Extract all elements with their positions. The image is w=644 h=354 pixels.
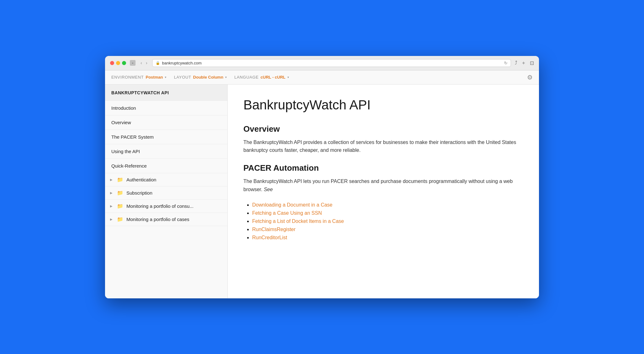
- layout-group: LAYOUT Double Column ▾: [174, 75, 227, 80]
- layout-value[interactable]: Double Column: [193, 75, 223, 80]
- list-item-download: Downloading a Document in a Case: [252, 202, 523, 208]
- overview-heading: Overview: [243, 124, 523, 134]
- link-download[interactable]: Downloading a Document in a Case: [252, 202, 332, 207]
- folder-label-monitoring-cases: Monitoring a portfolio of cases: [126, 217, 189, 222]
- page-title: BankruptcyWatch API: [243, 97, 523, 113]
- sidebar-item-quick-reference[interactable]: Quick-Reference: [105, 159, 227, 173]
- folder-label-subscription: Subscription: [126, 190, 153, 196]
- link-claims[interactable]: RunClaimsRegister: [252, 227, 296, 232]
- sidebar-folder-subscription[interactable]: ▶ 📁 Subscription: [105, 186, 227, 200]
- maximize-button[interactable]: [122, 61, 126, 65]
- main-content: BANKRUPTCYWATCH API Introduction Overvie…: [105, 85, 539, 298]
- forward-button[interactable]: ›: [145, 60, 149, 66]
- folder-arrow-icon: ▶: [110, 218, 114, 221]
- list-item-claims: RunClaimsRegister: [252, 227, 523, 232]
- overview-text: The BankruptcyWatch API provides a colle…: [243, 138, 523, 154]
- pacer-heading: PACER Automation: [243, 163, 523, 173]
- folder-arrow-icon: ▶: [110, 178, 114, 181]
- pacer-text: The BankruptcyWatch API lets you run PAC…: [243, 177, 523, 193]
- language-value[interactable]: cURL - cURL: [261, 75, 286, 80]
- sidebar-item-pacer-system[interactable]: The PACER System: [105, 130, 227, 144]
- minimize-button[interactable]: [116, 61, 120, 65]
- folder-icon-subscription: 📁: [117, 190, 123, 196]
- pacer-text-part1: The BankruptcyWatch API lets you run PAC…: [243, 179, 513, 192]
- back-button[interactable]: ‹: [139, 60, 143, 66]
- folder-icon-monitoring-consu: 📁: [117, 203, 123, 209]
- environment-group: ENVIRONMENT Postman ▾: [111, 75, 166, 80]
- link-docket[interactable]: Fetching a List of Docket Items in a Cas…: [252, 218, 344, 224]
- menu-bar: ENVIRONMENT Postman ▾ LAYOUT Double Colu…: [105, 70, 539, 85]
- share-icon[interactable]: ⤴: [515, 60, 517, 66]
- sidebar-folder-monitoring-consu[interactable]: ▶ 📁 Monitoring a portfolio of consu...: [105, 200, 227, 213]
- language-group: LANGUAGE cURL - cURL ▾: [234, 75, 289, 80]
- list-item-fetch-ssn: Fetching a Case Using an SSN: [252, 210, 523, 216]
- reload-button[interactable]: ↻: [504, 61, 508, 65]
- environment-value[interactable]: Postman: [146, 75, 163, 80]
- title-bar: ▪ ‹ › 🔒 ↻ ⤴ ＋ ⊡: [105, 56, 539, 70]
- sidebar: BANKRUPTCYWATCH API Introduction Overvie…: [105, 85, 228, 298]
- address-bar-container: 🔒 ↻: [152, 59, 511, 67]
- language-arrow[interactable]: ▾: [287, 75, 289, 79]
- list-item-creditor: RunCreditorList: [252, 235, 523, 241]
- folder-arrow-icon: ▶: [110, 204, 114, 208]
- environment-arrow[interactable]: ▾: [165, 75, 166, 79]
- layout-arrow[interactable]: ▾: [225, 75, 227, 79]
- traffic-lights: [110, 61, 126, 65]
- browser-window: ▪ ‹ › 🔒 ↻ ⤴ ＋ ⊡ ENVIRONMENT Postman ▾ LA…: [105, 56, 539, 298]
- folder-label-authentication: Authentication: [126, 177, 156, 182]
- folder-label-monitoring-consu: Monitoring a portfolio of consu...: [126, 203, 193, 209]
- sidebar-folder-monitoring-cases[interactable]: ▶ 📁 Monitoring a portfolio of cases: [105, 213, 227, 226]
- nav-arrows: ‹ ›: [139, 60, 148, 66]
- folder-arrow-icon: ▶: [110, 191, 114, 195]
- close-button[interactable]: [110, 61, 114, 65]
- layout-label: LAYOUT: [174, 75, 191, 80]
- list-item-docket: Fetching a List of Docket Items in a Cas…: [252, 218, 523, 224]
- content-panel: BankruptcyWatch API Overview The Bankrup…: [228, 85, 539, 298]
- folder-icon-monitoring-cases: 📁: [117, 216, 123, 222]
- sidebar-folder-authentication[interactable]: ▶ 📁 Authentication: [105, 173, 227, 186]
- sidebar-item-overview[interactable]: Overview: [105, 115, 227, 130]
- language-label: LANGUAGE: [234, 75, 258, 80]
- add-tab-icon[interactable]: ＋: [521, 60, 526, 66]
- folder-icon-authentication: 📁: [117, 177, 123, 183]
- pacer-see-label: See: [264, 187, 273, 192]
- sidebar-item-using-api[interactable]: Using the API: [105, 144, 227, 159]
- address-bar[interactable]: [162, 61, 502, 65]
- link-fetch-ssn[interactable]: Fetching a Case Using an SSN: [252, 210, 322, 216]
- more-icon[interactable]: ⊡: [530, 60, 534, 66]
- environment-label: ENVIRONMENT: [111, 75, 144, 80]
- toolbar-right: ⤴ ＋ ⊡: [515, 60, 534, 66]
- sidebar-item-introduction[interactable]: Introduction: [105, 101, 227, 115]
- sidebar-header: BANKRUPTCYWATCH API: [105, 85, 227, 101]
- pacer-links-list: Downloading a Document in a Case Fetchin…: [243, 202, 523, 241]
- settings-icon[interactable]: ⚙: [527, 74, 533, 81]
- sidebar-toggle-button[interactable]: ▪: [130, 60, 136, 66]
- link-creditor[interactable]: RunCreditorList: [252, 235, 287, 240]
- lock-icon: 🔒: [156, 61, 160, 65]
